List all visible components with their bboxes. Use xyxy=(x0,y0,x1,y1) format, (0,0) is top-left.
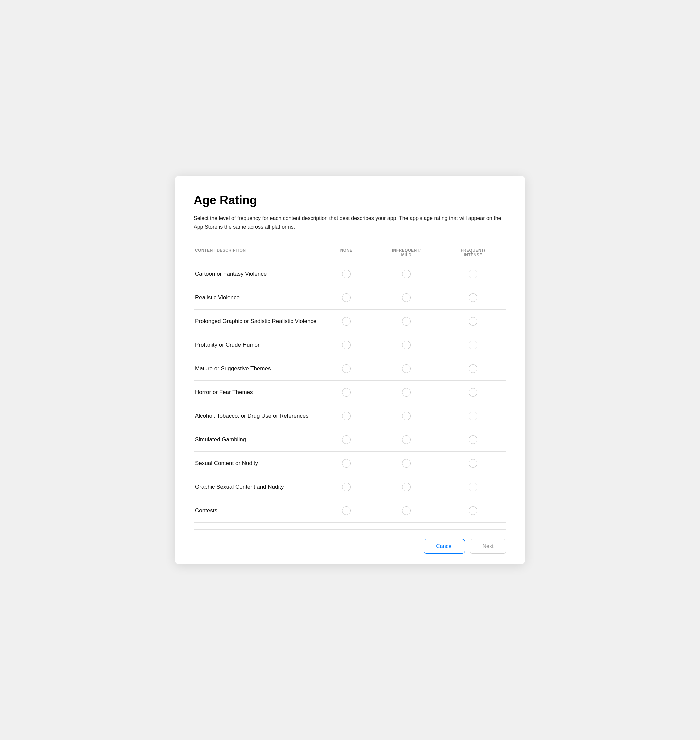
radio-none-profanity-crude-humor[interactable] xyxy=(342,341,351,349)
radio-cell-mild-cartoon-fantasy-violence xyxy=(373,270,440,278)
radio-cell-intense-prolonged-graphic-violence xyxy=(440,317,506,326)
radio-cell-mild-realistic-violence xyxy=(373,293,440,302)
radio-cell-none-prolonged-graphic-violence xyxy=(320,317,373,326)
row-label-horror-fear-themes: Horror or Fear Themes xyxy=(194,389,320,396)
radio-cell-none-profanity-crude-humor xyxy=(320,341,373,349)
radio-cell-mild-contests xyxy=(373,506,440,515)
radio-intense-prolonged-graphic-violence[interactable] xyxy=(469,317,477,326)
radio-none-prolonged-graphic-violence[interactable] xyxy=(342,317,351,326)
radio-cell-none-simulated-gambling xyxy=(320,435,373,444)
radio-cell-mild-mature-suggestive-themes xyxy=(373,364,440,373)
radio-cell-none-sexual-content-nudity xyxy=(320,459,373,468)
radio-none-contests[interactable] xyxy=(342,506,351,515)
radio-cell-intense-contests xyxy=(440,506,506,515)
radio-cell-intense-realistic-violence xyxy=(440,293,506,302)
radio-mild-sexual-content-nudity[interactable] xyxy=(402,459,411,468)
radio-cell-intense-mature-suggestive-themes xyxy=(440,364,506,373)
radio-none-mature-suggestive-themes[interactable] xyxy=(342,364,351,373)
radio-intense-graphic-sexual-content[interactable] xyxy=(469,483,477,491)
radio-cell-mild-prolonged-graphic-violence xyxy=(373,317,440,326)
radio-intense-contests[interactable] xyxy=(469,506,477,515)
radio-mild-prolonged-graphic-violence[interactable] xyxy=(402,317,411,326)
radio-cell-intense-simulated-gambling xyxy=(440,435,506,444)
radio-mild-alcohol-tobacco-drug[interactable] xyxy=(402,412,411,420)
radio-cell-mild-alcohol-tobacco-drug xyxy=(373,412,440,420)
radio-intense-horror-fear-themes[interactable] xyxy=(469,388,477,397)
radio-cell-none-alcohol-tobacco-drug xyxy=(320,412,373,420)
modal-description: Select the level of frequency for each c… xyxy=(194,214,506,231)
row-label-profanity-crude-humor: Profanity or Crude Humor xyxy=(194,342,320,348)
radio-mild-mature-suggestive-themes[interactable] xyxy=(402,364,411,373)
radio-cell-none-horror-fear-themes xyxy=(320,388,373,397)
radio-cell-intense-graphic-sexual-content xyxy=(440,483,506,491)
radio-mild-profanity-crude-humor[interactable] xyxy=(402,341,411,349)
radio-cell-intense-cartoon-fantasy-violence xyxy=(440,270,506,278)
table-row: Alcohol, Tobacco, or Drug Use or Referen… xyxy=(194,405,506,428)
row-label-realistic-violence: Realistic Violence xyxy=(194,294,320,301)
radio-cell-intense-alcohol-tobacco-drug xyxy=(440,412,506,420)
radio-cell-intense-sexual-content-nudity xyxy=(440,459,506,468)
row-label-mature-suggestive-themes: Mature or Suggestive Themes xyxy=(194,365,320,372)
radio-none-simulated-gambling[interactable] xyxy=(342,435,351,444)
table-row: Profanity or Crude Humor xyxy=(194,333,506,357)
table-row: Simulated Gambling xyxy=(194,428,506,452)
col-header-none: NONE xyxy=(320,248,373,257)
radio-none-realistic-violence[interactable] xyxy=(342,293,351,302)
radio-mild-realistic-violence[interactable] xyxy=(402,293,411,302)
radio-mild-contests[interactable] xyxy=(402,506,411,515)
row-label-sexual-content-nudity: Sexual Content or Nudity xyxy=(194,460,320,467)
col-header-frequent: FREQUENT/INTENSE xyxy=(440,248,506,257)
radio-intense-simulated-gambling[interactable] xyxy=(469,435,477,444)
row-label-contests: Contests xyxy=(194,508,320,514)
radio-cell-intense-horror-fear-themes xyxy=(440,388,506,397)
table-header: CONTENT DESCRIPTION NONE INFREQUENT/MILD… xyxy=(194,243,506,262)
radio-cell-mild-sexual-content-nudity xyxy=(373,459,440,468)
cancel-button[interactable]: Cancel xyxy=(424,539,465,554)
table-row: Sexual Content or Nudity xyxy=(194,452,506,475)
radio-mild-simulated-gambling[interactable] xyxy=(402,435,411,444)
modal-title: Age Rating xyxy=(194,193,506,207)
table-rows: Cartoon or Fantasy ViolenceRealistic Vio… xyxy=(194,262,506,523)
row-label-alcohol-tobacco-drug: Alcohol, Tobacco, or Drug Use or Referen… xyxy=(194,413,320,419)
col-header-description: CONTENT DESCRIPTION xyxy=(194,248,320,257)
table-row: Horror or Fear Themes xyxy=(194,381,506,405)
radio-cell-intense-profanity-crude-humor xyxy=(440,341,506,349)
radio-cell-none-contests xyxy=(320,506,373,515)
radio-none-sexual-content-nudity[interactable] xyxy=(342,459,351,468)
table-row: Cartoon or Fantasy Violence xyxy=(194,262,506,286)
row-label-graphic-sexual-content: Graphic Sexual Content and Nudity xyxy=(194,484,320,490)
radio-intense-realistic-violence[interactable] xyxy=(469,293,477,302)
radio-none-cartoon-fantasy-violence[interactable] xyxy=(342,270,351,278)
next-button[interactable]: Next xyxy=(470,539,506,554)
radio-intense-alcohol-tobacco-drug[interactable] xyxy=(469,412,477,420)
modal-footer: Cancel Next xyxy=(194,529,506,564)
radio-cell-mild-horror-fear-themes xyxy=(373,388,440,397)
table-row: Contests xyxy=(194,499,506,523)
row-label-cartoon-fantasy-violence: Cartoon or Fantasy Violence xyxy=(194,271,320,277)
radio-cell-none-cartoon-fantasy-violence xyxy=(320,270,373,278)
radio-intense-mature-suggestive-themes[interactable] xyxy=(469,364,477,373)
col-header-infrequent: INFREQUENT/MILD xyxy=(373,248,440,257)
radio-cell-mild-simulated-gambling xyxy=(373,435,440,444)
radio-intense-cartoon-fantasy-violence[interactable] xyxy=(469,270,477,278)
radio-none-graphic-sexual-content[interactable] xyxy=(342,483,351,491)
radio-none-horror-fear-themes[interactable] xyxy=(342,388,351,397)
radio-intense-sexual-content-nudity[interactable] xyxy=(469,459,477,468)
table-row: Graphic Sexual Content and Nudity xyxy=(194,475,506,499)
radio-mild-horror-fear-themes[interactable] xyxy=(402,388,411,397)
table-row: Prolonged Graphic or Sadistic Realistic … xyxy=(194,310,506,333)
radio-cell-none-realistic-violence xyxy=(320,293,373,302)
radio-none-alcohol-tobacco-drug[interactable] xyxy=(342,412,351,420)
radio-intense-profanity-crude-humor[interactable] xyxy=(469,341,477,349)
radio-cell-none-mature-suggestive-themes xyxy=(320,364,373,373)
row-label-prolonged-graphic-violence: Prolonged Graphic or Sadistic Realistic … xyxy=(194,318,320,325)
table-row: Mature or Suggestive Themes xyxy=(194,357,506,381)
radio-cell-none-graphic-sexual-content xyxy=(320,483,373,491)
radio-cell-mild-profanity-crude-humor xyxy=(373,341,440,349)
table-row: Realistic Violence xyxy=(194,286,506,310)
radio-mild-graphic-sexual-content[interactable] xyxy=(402,483,411,491)
radio-mild-cartoon-fantasy-violence[interactable] xyxy=(402,270,411,278)
radio-cell-mild-graphic-sexual-content xyxy=(373,483,440,491)
row-label-simulated-gambling: Simulated Gambling xyxy=(194,436,320,443)
age-rating-modal: Age Rating Select the level of frequency… xyxy=(175,176,525,564)
